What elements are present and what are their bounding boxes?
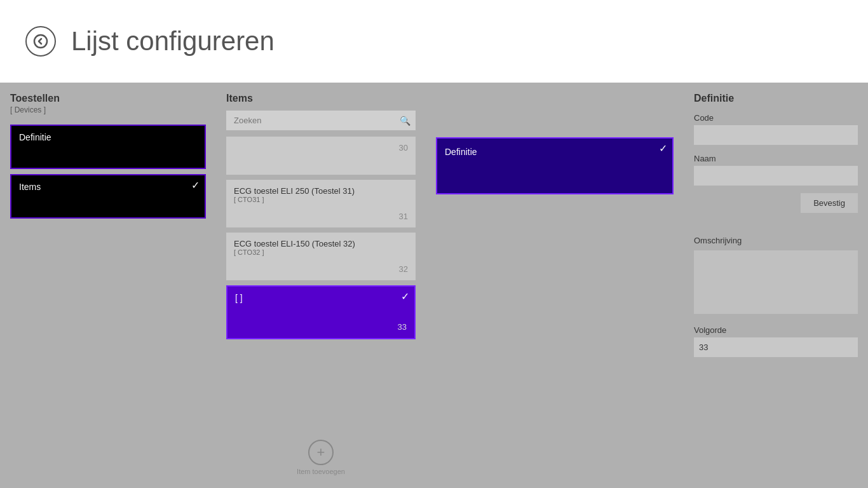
- items-list: 30 ECG toestel ELI 250 (Toestel 31) [ CT…: [226, 137, 416, 432]
- list-item-30[interactable]: 30: [226, 137, 416, 175]
- bevestig-button[interactable]: Bevestig: [801, 193, 858, 213]
- definitie-card-check-icon: ✓: [659, 142, 667, 154]
- volgorde-input[interactable]: [694, 337, 858, 357]
- back-button[interactable]: [25, 26, 56, 57]
- list-item-items[interactable]: ✓ Items: [10, 174, 206, 219]
- item-32-name: ECG toestel ELI-150 (Toestel 32): [234, 239, 408, 248]
- list-item-32[interactable]: ECG toestel ELI-150 (Toestel 32) [ CTO32…: [226, 233, 416, 280]
- code-label: Code: [694, 113, 858, 123]
- search-input[interactable]: [226, 111, 416, 130]
- list-item-definitie[interactable]: Definitie: [10, 125, 206, 169]
- header: Lijst configureren: [0, 0, 868, 83]
- item-30-number: 30: [399, 143, 408, 152]
- omschrijving-input[interactable]: [694, 250, 858, 314]
- panel-items: Items 🔍 30 ECG toestel ELI 250 (Toestel …: [216, 83, 426, 488]
- item-32-number: 32: [399, 264, 408, 274]
- checkmark-icon: ✓: [191, 179, 200, 191]
- toestellen-subheader: [ Devices ]: [10, 105, 206, 114]
- page-title: Lijst configureren: [71, 26, 275, 57]
- naam-input[interactable]: [694, 166, 858, 186]
- checkmark-33-icon: ✓: [401, 290, 409, 302]
- panel-middle: ✓ Definitie: [426, 83, 684, 488]
- item-32-code: [ CTO32 ]: [234, 248, 408, 256]
- svg-point-0: [34, 35, 47, 48]
- item-33-number: 33: [398, 322, 407, 332]
- list-item-31[interactable]: ECG toestel ELI 250 (Toestel 31) [ CTO31…: [226, 180, 416, 227]
- definitie-card[interactable]: ✓ Definitie: [436, 137, 674, 194]
- list-item-definitie-label: Definitie: [19, 132, 197, 142]
- search-icon: 🔍: [400, 116, 410, 126]
- items-header: Items: [226, 93, 416, 104]
- list-item-33[interactable]: ✓ [ ] 33: [226, 285, 416, 339]
- code-input[interactable]: [694, 125, 858, 145]
- volgorde-label: Volgorde: [694, 325, 858, 335]
- main-content: Toestellen [ Devices ] Definitie ✓ Items…: [0, 83, 868, 488]
- toestellen-header: Toestellen: [10, 93, 206, 104]
- item-31-name: ECG toestel ELI 250 (Toestel 31): [234, 186, 408, 196]
- definitie-card-label: Definitie: [445, 147, 477, 157]
- panel-definitie: Definitie Code Naam Bevestig Omschrijvin…: [684, 83, 868, 488]
- naam-label: Naam: [694, 154, 858, 163]
- item-33-name: [ ]: [235, 293, 407, 303]
- definitie-panel-header: Definitie: [694, 93, 858, 104]
- panel-toestellen: Toestellen [ Devices ] Definitie ✓ Items: [0, 83, 216, 488]
- list-item-items-label: Items: [19, 182, 197, 192]
- item-31-number: 31: [399, 212, 408, 221]
- item-31-code: [ CTO31 ]: [234, 196, 408, 203]
- omschrijving-label: Omschrijving: [694, 236, 858, 245]
- add-item-label: Item toevoegen: [297, 468, 345, 475]
- add-circle-icon: +: [308, 440, 334, 465]
- search-container: 🔍: [226, 111, 416, 130]
- add-item-button[interactable]: + Item toevoegen: [226, 432, 416, 478]
